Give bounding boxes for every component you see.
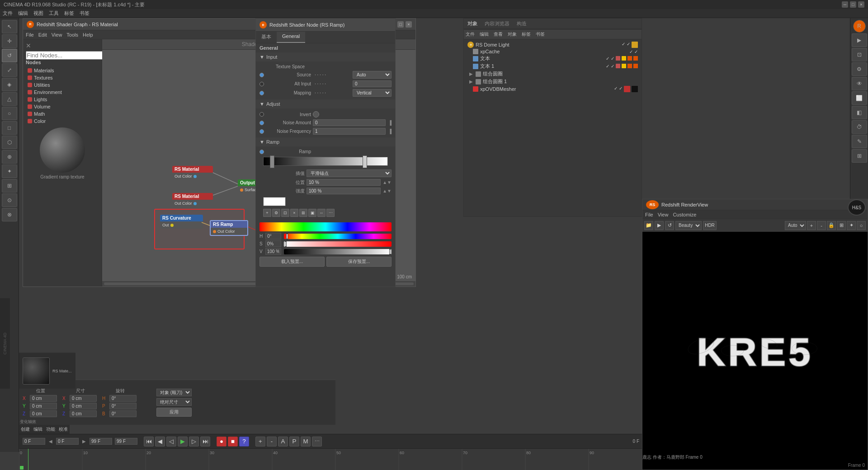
play-reverse-btn[interactable]: ◁	[166, 437, 176, 446]
scene-item-text1[interactable]: 文本 1 ✓ ✓	[466, 62, 640, 70]
script-btn[interactable]: ✎	[852, 135, 867, 148]
scene-menu-edit[interactable]: 编辑	[480, 31, 489, 38]
tool-6[interactable]: ⊕	[2, 150, 17, 164]
timeline-track[interactable]: 0 10 20 30 40 50 60 70 80 90	[19, 449, 643, 470]
position-field[interactable]	[307, 179, 381, 186]
alt-input-radio[interactable]	[259, 82, 264, 86]
menu-view[interactable]: 视图	[33, 10, 43, 17]
shader-menu-file[interactable]: File	[26, 32, 34, 38]
scene-menu-tag[interactable]: 标签	[522, 31, 531, 38]
render-settings[interactable]: ⚙	[852, 62, 867, 76]
source-dropdown[interactable]: Auto	[353, 71, 392, 79]
menu-simulate[interactable]: 标签	[64, 10, 74, 17]
import-preset-btn[interactable]: 载入预置...	[259, 257, 325, 267]
sat-value[interactable]	[265, 240, 281, 247]
menu-edit[interactable]: 编辑	[18, 10, 28, 17]
noise-freq-radio[interactable]	[259, 129, 264, 134]
tool-10[interactable]: ⊗	[2, 208, 17, 221]
tool-8[interactable]: ⊞	[2, 179, 17, 193]
ramp-gear-btn[interactable]: ⚙	[272, 209, 280, 217]
tree-volume[interactable]: Volume	[26, 103, 99, 110]
hue-value[interactable]	[265, 233, 281, 240]
key-minus-btn[interactable]: -	[267, 437, 277, 446]
tree-math[interactable]: Math	[26, 110, 99, 118]
next-frame-btn[interactable]: ▷	[189, 437, 199, 446]
scene-item-rs-dome[interactable]: ☀ RS Dome Light ✓ ✓	[466, 41, 640, 48]
tool-rotate[interactable]: ↺	[2, 49, 17, 62]
scene-item-group[interactable]: ▶ 组合圆圈	[466, 70, 640, 78]
tab-general[interactable]: General	[277, 32, 305, 43]
tool-4[interactable]: □	[2, 121, 17, 135]
go-end-btn[interactable]: ⏭	[200, 437, 210, 446]
rv-circle-btn[interactable]: ○	[857, 221, 866, 230]
render-btn[interactable]: ▶	[852, 33, 867, 47]
source-radio[interactable]	[259, 73, 264, 77]
mat-btn[interactable]: ◧	[852, 106, 867, 119]
morph-btn[interactable]: M	[301, 437, 311, 446]
node-panel-close[interactable]: ✕	[26, 42, 31, 49]
apply-btn[interactable]: 应用	[156, 408, 192, 417]
scene-menu-bookmark[interactable]: 书签	[536, 31, 545, 38]
tab-snap[interactable]: 校准	[59, 426, 68, 432]
y-pos-input[interactable]	[30, 403, 57, 409]
anim-btn[interactable]: ⏱	[852, 120, 867, 134]
rs-material-1-port-dot[interactable]	[193, 175, 197, 178]
scene-menu-obj[interactable]: 对象	[508, 31, 517, 38]
scene-item-group1[interactable]: ▶ 组合圆圈 1	[466, 78, 640, 85]
window-controls[interactable]: ─ □ ×	[842, 1, 864, 8]
hue-handle[interactable]	[286, 234, 288, 239]
noise-amount-field[interactable]	[313, 119, 386, 126]
rv-play-btn[interactable]: ▶	[655, 221, 664, 230]
info-btn[interactable]: ?	[239, 437, 249, 446]
total-frame-input[interactable]	[115, 438, 137, 445]
tool-1[interactable]: ◈	[2, 78, 17, 91]
rs-material-2-port-dot[interactable]	[193, 202, 197, 205]
p-rot-input[interactable]	[109, 403, 137, 409]
noise-freq-field[interactable]	[313, 128, 386, 135]
mapping-radio[interactable]	[259, 91, 264, 95]
ramp-handle-left[interactable]	[270, 155, 274, 168]
tab-basic[interactable]: 基本	[256, 32, 277, 43]
tool-move[interactable]: ✛	[2, 34, 17, 48]
ramp-paste-btn[interactable]: ▣	[308, 209, 316, 217]
menu-bookmarks[interactable]: 书签	[80, 10, 90, 17]
shader-maximize[interactable]: □	[397, 21, 404, 28]
color-spectrum[interactable]	[259, 222, 392, 231]
menu-tools[interactable]: 工具	[49, 10, 59, 17]
scene-item-mesher[interactable]: xpOVDBMesher ✓ ✓	[466, 85, 640, 93]
ramp-add-btn[interactable]: +	[263, 209, 271, 217]
x-size-input[interactable]	[70, 395, 97, 402]
tree-color[interactable]: Color	[26, 118, 99, 125]
rv-hdr-btn[interactable]: HDR	[703, 221, 717, 230]
color-preview-swatch[interactable]	[263, 197, 286, 206]
input-section-header[interactable]: ▼ Input	[256, 52, 395, 61]
z-pos-input[interactable]	[30, 410, 57, 417]
interpolation-dropdown[interactable]: 平滑锚点 线性	[307, 169, 392, 177]
tool-9[interactable]: ⊙	[2, 193, 17, 207]
tree-materials[interactable]: Materials	[26, 67, 99, 74]
rv-menu-view[interactable]: View	[658, 212, 669, 217]
rs-icon[interactable]: R	[853, 20, 866, 33]
val-value[interactable]	[265, 248, 281, 255]
preview-btn[interactable]: P	[289, 437, 299, 446]
tool-3[interactable]: ○	[2, 107, 17, 120]
tree-lights[interactable]: Lights	[26, 96, 99, 103]
material-thumb[interactable]	[23, 357, 50, 385]
prev-frame-btn[interactable]: ◀	[155, 437, 165, 446]
position-spinner[interactable]: ▲▼	[382, 180, 392, 185]
ramp-flip-btn[interactable]: ↔	[317, 209, 326, 217]
shader-close[interactable]: ×	[406, 21, 412, 28]
ramp-radio[interactable]	[259, 150, 264, 154]
ramp-more-btn[interactable]: ⋯	[326, 209, 335, 217]
scene-item-text[interactable]: 文本 ✓ ✓	[466, 55, 640, 62]
shader-menu-edit[interactable]: Edit	[38, 32, 47, 38]
tree-textures[interactable]: Textures	[26, 74, 99, 81]
group-expand-icon[interactable]: ▶	[469, 71, 473, 76]
val-slider[interactable]	[284, 249, 392, 254]
view-obj[interactable]: ⬜	[852, 91, 867, 105]
scene-item-xpcache[interactable]: xpCache ✓ ✓	[466, 48, 640, 55]
alt-input-field[interactable]	[353, 80, 392, 87]
auto-key-btn[interactable]: A	[278, 437, 288, 446]
rv-grid-btn[interactable]: ⊞	[837, 221, 846, 230]
maximize-btn[interactable]: □	[850, 1, 856, 8]
